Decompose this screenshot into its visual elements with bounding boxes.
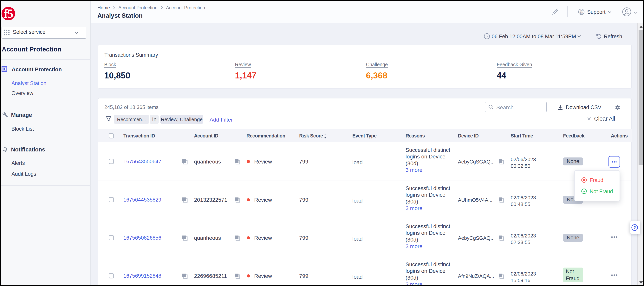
- svg-text:?: ?: [634, 225, 636, 230]
- svg-text:f5: f5: [4, 7, 13, 20]
- svg-text:@: @: [579, 10, 583, 14]
